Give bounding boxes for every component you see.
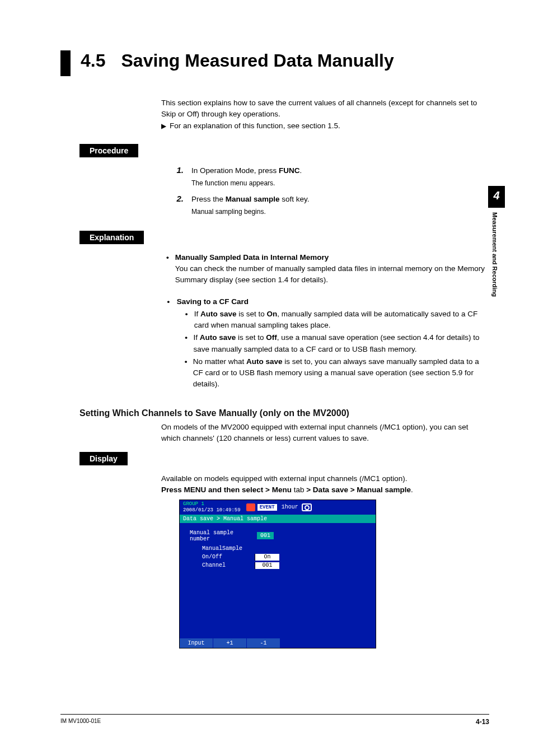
event-label: EVENT (257, 504, 277, 511)
sub-bullet: • If Auto save is set to Off, use a manu… (185, 332, 490, 355)
bullet-icon: • (166, 296, 171, 391)
shot-field-label: On/Off (202, 554, 252, 560)
step-number: 1. (172, 165, 184, 189)
device-screenshot: GROUP 1 2008/01/23 10:49:59 EVENT 1hour … (179, 500, 376, 648)
step-number: 2. (172, 194, 184, 217)
bullet-icon: • (185, 356, 188, 390)
softkey-input[interactable]: Input (180, 638, 213, 648)
bullet-icon: • (166, 252, 170, 286)
camera-icon (302, 503, 312, 511)
shot-group-title: ManualSample (202, 545, 366, 552)
intro-line1: This section explains how to save the cu… (161, 97, 486, 120)
explanation-content: • Manually Sampled Data in Internal Memo… (166, 252, 490, 391)
shot-group-label: GROUP 1 (183, 501, 241, 507)
section-number: 4.5 (81, 50, 105, 76)
sub-bullet: • No matter what Auto save is set to, yo… (185, 356, 490, 390)
chapter-number: 4 (488, 186, 505, 208)
bullet-icon: • (185, 332, 188, 355)
explanation-subtitle-2: Saving to a CF Card (177, 297, 249, 306)
shot-timestamp: 2008/01/23 10:49:59 (183, 507, 241, 513)
subsection-title: Setting Which Channels to Save Manually … (79, 408, 489, 418)
step-text: In Operation Mode, press FUNC. (191, 166, 302, 175)
shot-input-channel[interactable]: 001 (255, 562, 279, 569)
side-section-title: Measurement and Recording (488, 208, 502, 297)
shot-breadcrumb: Data save > Manual sample (180, 515, 376, 523)
sub-bullet: • If Auto save is set to On, manually sa… (185, 309, 490, 332)
page-title-block: 4.5 Saving Measured Data Manually (60, 50, 489, 76)
subsection-body: On models of the MV2000 equipped with ex… (161, 422, 486, 445)
shot-field-label: Channel (202, 562, 252, 568)
display-nav-path: Press MENU and then select > Menu tab > … (161, 484, 486, 496)
procedure-label: Procedure (79, 144, 138, 157)
softkey-minus1[interactable]: -1 (247, 638, 280, 648)
intro-line2: For an explanation of this function, see… (170, 120, 340, 132)
shot-field-value-selected[interactable]: 001 (257, 532, 274, 539)
explanation-label: Explanation (79, 231, 144, 244)
page-footer: IM MV1000-01E 4-13 (60, 714, 489, 726)
title-bar-decoration (60, 50, 71, 76)
procedure-step-1: 1. In Operation Mode, press FUNC. The fu… (172, 165, 489, 189)
reference-arrow-icon: ▶ (161, 120, 166, 132)
shot-input-onoff[interactable]: On (255, 554, 279, 561)
explanation-subtitle-1: Manually Sampled Data in Internal Memory (175, 253, 329, 262)
step-subtext: Manual sampling begins. (191, 207, 489, 217)
step-text: Press the Manual sample soft key. (191, 195, 310, 203)
step-subtext: The function menu appears. (191, 178, 489, 189)
footer-doc-id: IM MV1000-01E (60, 718, 101, 726)
bullet-icon: • (185, 309, 189, 332)
display-line1: Available on models equipped with extern… (161, 473, 486, 484)
side-tab: 4 Measurement and Recording (488, 186, 505, 297)
procedure-step-2: 2. Press the Manual sample soft key. Man… (172, 194, 489, 217)
explanation-body-1: You can check the number of manually sam… (175, 263, 490, 286)
record-icon (246, 503, 255, 511)
intro-paragraph: This section explains how to save the cu… (161, 97, 486, 132)
section-title: Saving Measured Data Manually (121, 50, 394, 76)
softkey-plus1[interactable]: +1 (213, 638, 247, 648)
shot-field-label: Manual sample number (190, 530, 252, 542)
footer-page-number: 4-13 (476, 718, 489, 726)
shot-time-scale: 1hour (282, 504, 298, 510)
display-label: Display (79, 452, 128, 465)
